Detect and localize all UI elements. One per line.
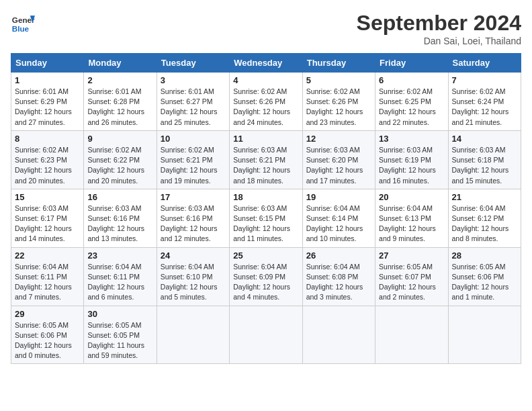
day-info: Sunrise: 6:01 AMSunset: 6:28 PMDaylight:… (87, 87, 152, 128)
calendar-day: 18 Sunrise: 6:03 AMSunset: 6:15 PMDaylig… (230, 189, 302, 247)
weekday-header-monday: Monday (84, 54, 157, 73)
weekday-header-friday: Friday (375, 54, 448, 73)
day-number: 2 (87, 75, 152, 85)
calendar-day (375, 306, 448, 364)
calendar-day: 9 Sunrise: 6:02 AMSunset: 6:22 PMDayligh… (84, 130, 157, 189)
calendar-day: 7 Sunrise: 6:02 AMSunset: 6:24 PMDayligh… (448, 73, 521, 131)
day-number: 14 (452, 134, 517, 144)
day-info: Sunrise: 6:05 AMSunset: 6:06 PMDaylight:… (452, 262, 517, 303)
day-number: 12 (306, 134, 371, 144)
calendar-week-4: 22 Sunrise: 6:04 AMSunset: 6:11 PMDaylig… (11, 247, 521, 306)
day-info: Sunrise: 6:03 AMSunset: 6:16 PMDaylight:… (161, 203, 226, 244)
day-info: Sunrise: 6:04 AMSunset: 6:08 PMDaylight:… (306, 262, 371, 303)
day-number: 21 (452, 192, 517, 202)
day-number: 23 (87, 250, 152, 261)
day-info: Sunrise: 6:02 AMSunset: 6:25 PMDaylight:… (379, 87, 444, 128)
day-number: 10 (161, 134, 226, 144)
day-info: Sunrise: 6:03 AMSunset: 6:19 PMDaylight:… (379, 145, 444, 186)
day-number: 18 (233, 192, 298, 202)
day-info: Sunrise: 6:04 AMSunset: 6:12 PMDaylight:… (452, 203, 517, 244)
day-info: Sunrise: 6:03 AMSunset: 6:17 PMDaylight:… (15, 203, 80, 244)
day-number: 11 (233, 134, 298, 144)
calendar-day: 22 Sunrise: 6:04 AMSunset: 6:11 PMDaylig… (11, 247, 84, 306)
calendar-day: 17 Sunrise: 6:03 AMSunset: 6:16 PMDaylig… (157, 189, 229, 247)
calendar-day: 16 Sunrise: 6:03 AMSunset: 6:16 PMDaylig… (84, 189, 157, 247)
day-number: 19 (306, 192, 371, 202)
day-number: 7 (452, 75, 517, 85)
logo-icon: General Blue (11, 11, 35, 35)
day-number: 29 (15, 309, 80, 319)
day-number: 20 (379, 192, 444, 202)
day-info: Sunrise: 6:05 AMSunset: 6:06 PMDaylight:… (15, 320, 80, 361)
day-number: 16 (87, 192, 152, 202)
calendar-day (302, 306, 375, 364)
day-number: 24 (161, 250, 226, 261)
day-info: Sunrise: 6:05 AMSunset: 6:07 PMDaylight:… (379, 262, 444, 303)
day-info: Sunrise: 6:04 AMSunset: 6:10 PMDaylight:… (161, 262, 226, 303)
calendar-day: 26 Sunrise: 6:04 AMSunset: 6:08 PMDaylig… (302, 247, 375, 306)
calendar-day: 30 Sunrise: 6:05 AMSunset: 6:05 PMDaylig… (84, 306, 157, 364)
calendar-day: 10 Sunrise: 6:02 AMSunset: 6:21 PMDaylig… (157, 130, 229, 189)
calendar-day: 8 Sunrise: 6:02 AMSunset: 6:23 PMDayligh… (11, 130, 84, 189)
day-info: Sunrise: 6:04 AMSunset: 6:13 PMDaylight:… (379, 203, 444, 244)
calendar-day: 11 Sunrise: 6:03 AMSunset: 6:21 PMDaylig… (230, 130, 302, 189)
weekday-header-thursday: Thursday (302, 54, 375, 73)
calendar-day: 25 Sunrise: 6:04 AMSunset: 6:09 PMDaylig… (230, 247, 302, 306)
weekday-header-tuesday: Tuesday (157, 54, 229, 73)
day-info: Sunrise: 6:02 AMSunset: 6:26 PMDaylight:… (233, 87, 298, 128)
weekday-header-sunday: Sunday (11, 54, 84, 73)
calendar-week-3: 15 Sunrise: 6:03 AMSunset: 6:17 PMDaylig… (11, 189, 521, 247)
day-number: 22 (15, 250, 80, 261)
calendar-table: SundayMondayTuesdayWednesdayThursdayFrid… (11, 53, 521, 364)
calendar-day: 15 Sunrise: 6:03 AMSunset: 6:17 PMDaylig… (11, 189, 84, 247)
calendar-day: 27 Sunrise: 6:05 AMSunset: 6:07 PMDaylig… (375, 247, 448, 306)
day-info: Sunrise: 6:02 AMSunset: 6:24 PMDaylight:… (452, 87, 517, 128)
day-info: Sunrise: 6:04 AMSunset: 6:09 PMDaylight:… (233, 262, 298, 303)
calendar-day: 29 Sunrise: 6:05 AMSunset: 6:06 PMDaylig… (11, 306, 84, 364)
day-number: 6 (379, 75, 444, 85)
day-number: 4 (233, 75, 298, 85)
day-number: 27 (379, 250, 444, 261)
day-info: Sunrise: 6:02 AMSunset: 6:21 PMDaylight:… (161, 145, 226, 186)
calendar-day: 6 Sunrise: 6:02 AMSunset: 6:25 PMDayligh… (375, 73, 448, 131)
calendar-day: 19 Sunrise: 6:04 AMSunset: 6:14 PMDaylig… (302, 189, 375, 247)
calendar-week-1: 1 Sunrise: 6:01 AMSunset: 6:29 PMDayligh… (11, 73, 521, 131)
calendar-day: 21 Sunrise: 6:04 AMSunset: 6:12 PMDaylig… (448, 189, 521, 247)
day-info: Sunrise: 6:03 AMSunset: 6:18 PMDaylight:… (452, 145, 517, 186)
day-number: 28 (452, 250, 517, 261)
calendar-day: 12 Sunrise: 6:03 AMSunset: 6:20 PMDaylig… (302, 130, 375, 189)
day-info: Sunrise: 6:01 AMSunset: 6:27 PMDaylight:… (161, 87, 226, 128)
svg-text:Blue: Blue (12, 24, 30, 33)
day-info: Sunrise: 6:03 AMSunset: 6:20 PMDaylight:… (306, 145, 371, 186)
calendar-day: 23 Sunrise: 6:04 AMSunset: 6:11 PMDaylig… (84, 247, 157, 306)
month-title: September 2024 (357, 11, 521, 36)
calendar-day: 14 Sunrise: 6:03 AMSunset: 6:18 PMDaylig… (448, 130, 521, 189)
calendar-week-2: 8 Sunrise: 6:02 AMSunset: 6:23 PMDayligh… (11, 130, 521, 189)
calendar-day: 24 Sunrise: 6:04 AMSunset: 6:10 PMDaylig… (157, 247, 229, 306)
day-number: 1 (15, 75, 80, 85)
day-number: 3 (161, 75, 226, 85)
calendar-day: 5 Sunrise: 6:02 AMSunset: 6:26 PMDayligh… (302, 73, 375, 131)
day-info: Sunrise: 6:01 AMSunset: 6:29 PMDaylight:… (15, 87, 80, 128)
calendar-day: 28 Sunrise: 6:05 AMSunset: 6:06 PMDaylig… (448, 247, 521, 306)
day-number: 26 (306, 250, 371, 261)
day-info: Sunrise: 6:04 AMSunset: 6:11 PMDaylight:… (87, 262, 152, 303)
day-number: 9 (87, 134, 152, 144)
day-number: 8 (15, 134, 80, 144)
location: Dan Sai, Loei, Thailand (357, 36, 521, 46)
calendar-day (230, 306, 302, 364)
day-info: Sunrise: 6:05 AMSunset: 6:05 PMDaylight:… (87, 320, 152, 361)
day-info: Sunrise: 6:03 AMSunset: 6:16 PMDaylight:… (87, 203, 152, 244)
page-header: General Blue September 2024 Dan Sai, Loe… (11, 11, 521, 46)
day-info: Sunrise: 6:04 AMSunset: 6:11 PMDaylight:… (15, 262, 80, 303)
day-info: Sunrise: 6:03 AMSunset: 6:21 PMDaylight:… (233, 145, 298, 186)
calendar-day: 2 Sunrise: 6:01 AMSunset: 6:28 PMDayligh… (84, 73, 157, 131)
weekday-header-wednesday: Wednesday (230, 54, 302, 73)
calendar-day: 3 Sunrise: 6:01 AMSunset: 6:27 PMDayligh… (157, 73, 229, 131)
logo: General Blue (11, 11, 35, 35)
calendar-day: 20 Sunrise: 6:04 AMSunset: 6:13 PMDaylig… (375, 189, 448, 247)
day-info: Sunrise: 6:02 AMSunset: 6:22 PMDaylight:… (87, 145, 152, 186)
calendar-header-row: SundayMondayTuesdayWednesdayThursdayFrid… (11, 54, 521, 73)
weekday-header-saturday: Saturday (448, 54, 521, 73)
day-number: 13 (379, 134, 444, 144)
